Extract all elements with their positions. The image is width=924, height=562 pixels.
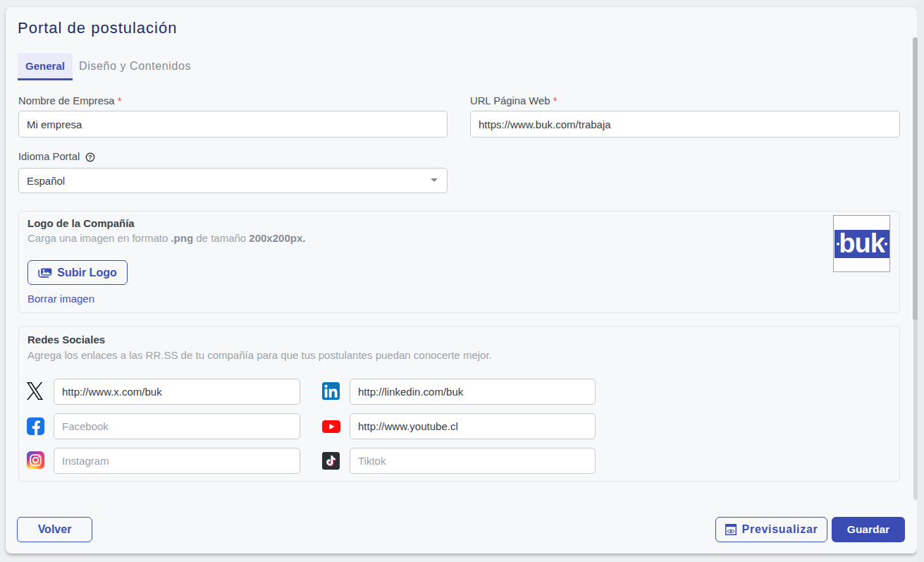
svg-text:?: ? [88,153,92,161]
